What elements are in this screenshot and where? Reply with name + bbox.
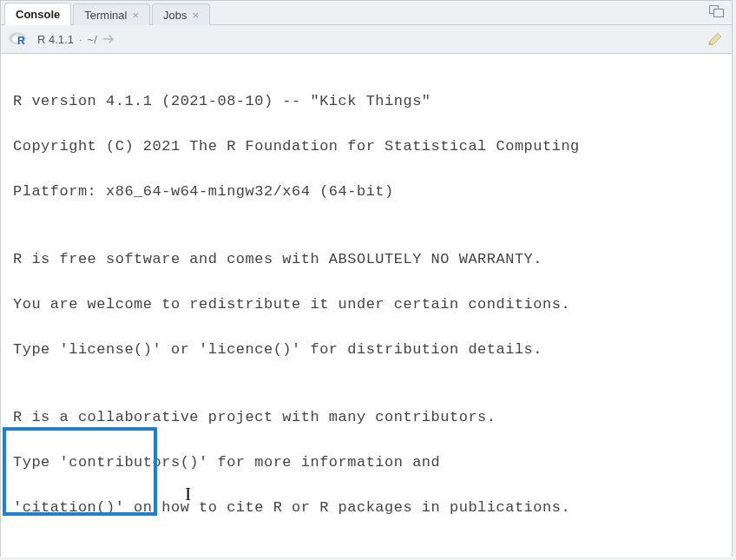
svg-text:R: R xyxy=(17,35,25,47)
working-directory[interactable]: ~/ xyxy=(88,33,97,46)
svg-rect-1 xyxy=(714,10,724,17)
maximize-pane-icon[interactable] xyxy=(707,3,726,20)
console-info-bar: R R 4.1.1 · ~/ xyxy=(1,25,732,54)
console-output[interactable]: R version 4.1.1 (2021-08-10) -- "Kick Th… xyxy=(1,54,732,557)
banner-line: 'citation()' on how to cite R or R packa… xyxy=(13,497,720,519)
console-pane: Console Terminal × Jobs × R xyxy=(0,0,733,557)
r-logo-icon: R xyxy=(8,31,29,47)
banner-line: R version 4.1.1 (2021-08-10) -- "Kick Th… xyxy=(13,90,720,113)
banner-line: R is a collaborative project with many c… xyxy=(13,406,720,429)
clear-console-icon[interactable] xyxy=(706,30,725,47)
r-version-label: R 4.1.1 xyxy=(37,33,74,46)
tab-jobs[interactable]: Jobs × xyxy=(152,3,210,25)
tab-label: Terminal xyxy=(84,9,127,22)
go-to-directory-icon[interactable] xyxy=(102,34,116,44)
separator: · xyxy=(79,33,82,46)
banner-line: R is free software and comes with ABSOLU… xyxy=(13,248,720,271)
tab-console[interactable]: Console xyxy=(4,3,71,25)
tab-label: Jobs xyxy=(163,9,187,22)
tab-bar: Console Terminal × Jobs × xyxy=(1,1,732,25)
banner-line: Platform: x86_64-w64-mingw32/x64 (64-bit… xyxy=(13,181,720,203)
banner-line: Type 'contributors()' for more informati… xyxy=(13,451,720,474)
tab-terminal[interactable]: Terminal × xyxy=(73,3,150,25)
close-icon[interactable]: × xyxy=(192,10,199,21)
banner-line: You are welcome to redistribute it under… xyxy=(13,293,720,316)
close-icon[interactable]: × xyxy=(132,10,139,21)
banner-line: Copyright (C) 2021 The R Foundation for … xyxy=(13,135,720,158)
banner-line: Type 'license()' or 'licence()' for dist… xyxy=(13,339,720,361)
tab-label: Console xyxy=(16,8,60,21)
